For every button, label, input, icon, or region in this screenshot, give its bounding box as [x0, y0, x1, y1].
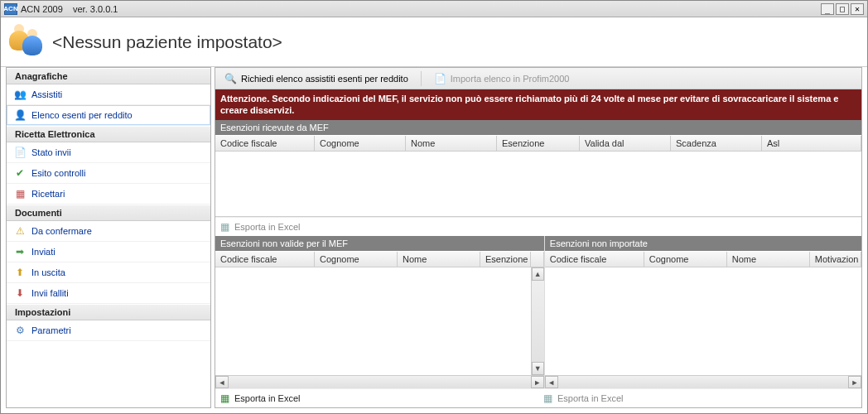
app-window: ACN ACN 2009 ver. 3.0.0.1 _ □ ✕ <Nessun …: [0, 0, 868, 414]
col-cognome[interactable]: Cognome: [644, 252, 727, 267]
table-body[interactable]: ▲ ▼: [215, 267, 544, 375]
maximize-button[interactable]: □: [836, 3, 849, 15]
scroll-spacer: [531, 252, 544, 267]
table-body[interactable]: [215, 152, 861, 216]
version-prefix: ver.: [73, 4, 88, 14]
panel-title-received: Esenzioni ricevute da MEF: [215, 120, 861, 135]
gear-icon: ⚙: [13, 324, 27, 337]
status-icon: 📄: [13, 146, 27, 159]
horizontal-scrollbar[interactable]: ◄ ►: [215, 375, 544, 388]
scroll-left-button[interactable]: ◄: [545, 376, 558, 388]
export-not-imported-button: ▦ Esporta in Excel: [538, 388, 861, 407]
page-title: <Nessun paziente impostato>: [52, 32, 282, 52]
excel-icon: ▦: [220, 392, 229, 404]
panel-invalid: Esenzioni non valide per il MEF Codice f…: [215, 236, 545, 388]
lower-panels: Esenzioni non valide per il MEF Codice f…: [215, 236, 861, 388]
toolbar: 🔍 Richiedi elenco assistiti esenti per r…: [215, 68, 861, 89]
panel-not-imported: Esenzioni non importate Codice fiscale C…: [545, 236, 861, 388]
scroll-up-button[interactable]: ▲: [532, 267, 544, 281]
table-header: Codice fiscale Cognome Nome Esenzione Va…: [215, 135, 861, 152]
button-label: Importa elenco in Profim2000: [451, 74, 570, 84]
col-cognome[interactable]: Cognome: [315, 252, 398, 267]
people-icon: 👥: [13, 88, 27, 101]
sidebar-item-parametri[interactable]: ⚙ Parametri: [7, 320, 210, 341]
sidebar-item-da-confermare[interactable]: ⚠ Da confermare: [7, 221, 210, 242]
vertical-scrollbar[interactable]: ▲ ▼: [531, 267, 544, 375]
excel-icon: ▦: [543, 392, 552, 404]
minimize-button[interactable]: _: [821, 3, 834, 15]
exemption-icon: 👤: [13, 108, 27, 122]
sidebar-item-label: Ricettari: [31, 189, 65, 199]
excel-icon: ▦: [220, 221, 229, 233]
col-cognome[interactable]: Cognome: [315, 136, 406, 151]
export-invalid-button[interactable]: ▦ Esporta in Excel: [215, 388, 538, 407]
page-header: <Nessun paziente impostato>: [1, 17, 867, 67]
scroll-right-button[interactable]: ►: [531, 376, 544, 388]
close-button[interactable]: ✕: [851, 3, 864, 15]
patients-icon: [9, 24, 46, 60]
toolbar-separator: [421, 71, 422, 86]
horizontal-scrollbar[interactable]: ◄ ►: [545, 375, 861, 388]
sidebar-section-documenti: Documenti: [7, 205, 210, 221]
sidebar-item-elenco-esenti[interactable]: 👤 Elenco esenti per reddito: [7, 105, 210, 126]
col-codice-fiscale[interactable]: Codice fiscale: [215, 136, 315, 151]
sidebar-item-ricettari[interactable]: ▦ Ricettari: [7, 184, 210, 205]
sidebar-item-inviati[interactable]: ➡ Inviati: [7, 242, 210, 262]
col-codice-fiscale[interactable]: Codice fiscale: [215, 252, 315, 267]
export-label: Esporta in Excel: [234, 222, 300, 232]
sidebar-item-assistiti[interactable]: 👥 Assistiti: [7, 84, 210, 105]
col-esenzione[interactable]: Esenzione: [497, 136, 580, 151]
scroll-right-button[interactable]: ►: [848, 376, 861, 388]
app-name: ACN 2009: [21, 4, 63, 14]
sent-icon: ➡: [13, 245, 27, 258]
col-scadenza[interactable]: Scadenza: [671, 136, 762, 151]
col-nome[interactable]: Nome: [727, 252, 810, 267]
table-header: Codice fiscale Cognome Nome Esenzione: [215, 251, 544, 267]
check-icon: ✔: [13, 166, 27, 180]
sidebar-item-label: Elenco esenti per reddito: [31, 110, 133, 120]
panel-title-invalid: Esenzioni non valide per il MEF: [215, 236, 544, 251]
sidebar-item-in-uscita[interactable]: ⬆ In uscita: [7, 262, 210, 283]
col-esenzione[interactable]: Esenzione: [480, 252, 531, 267]
calendar-icon: ▦: [13, 187, 27, 200]
sidebar-section-anagrafiche: Anagrafiche: [7, 68, 210, 84]
sidebar-section-impostazioni: Impostazioni: [7, 304, 210, 320]
sidebar-item-label: Assistiti: [31, 89, 62, 99]
sidebar-item-esito-controlli[interactable]: ✔ Esito controlli: [7, 163, 210, 184]
sidebar: Anagrafiche 👥 Assistiti 👤 Elenco esenti …: [6, 67, 211, 408]
scroll-down-button[interactable]: ▼: [532, 362, 544, 375]
col-nome[interactable]: Nome: [398, 252, 480, 267]
sidebar-item-invii-falliti[interactable]: ⬇ Invii falliti: [7, 283, 210, 304]
export-received-button: ▦ Esporta in Excel: [215, 217, 861, 236]
title-bar: ACN ACN 2009 ver. 3.0.0.1 _ □ ✕: [1, 1, 867, 17]
window-controls: _ □ ✕: [821, 3, 864, 15]
outbox-icon: ⬆: [13, 266, 27, 279]
app-icon: ACN: [4, 3, 17, 15]
main-panel: 🔍 Richiedi elenco assistiti esenti per r…: [215, 67, 862, 408]
col-asl[interactable]: Asl: [762, 136, 861, 151]
footer-export-row: ▦ Esporta in Excel ▦ Esporta in Excel: [215, 388, 861, 407]
window-title: ACN 2009 ver. 3.0.0.1: [21, 4, 817, 14]
scroll-left-button[interactable]: ◄: [215, 376, 229, 388]
sidebar-item-stato-invii[interactable]: 📄 Stato invii: [7, 142, 210, 163]
col-valida-dal[interactable]: Valida dal: [580, 136, 671, 151]
sidebar-item-label: Esito controlli: [31, 168, 85, 178]
sidebar-item-label: Inviati: [31, 247, 55, 257]
warning-banner: Attenzione. Secondo indicazioni del MEF,…: [215, 89, 861, 120]
col-motivazione[interactable]: Motivazion: [810, 252, 861, 267]
import-icon: 📄: [434, 73, 446, 84]
sidebar-item-label: In uscita: [31, 267, 65, 277]
search-icon: 🔍: [224, 73, 237, 84]
failed-icon: ⬇: [13, 286, 27, 300]
table-header: Codice fiscale Cognome Nome Motivazion: [545, 251, 861, 267]
sidebar-item-label: Invii falliti: [31, 288, 69, 298]
table-body[interactable]: [545, 267, 861, 375]
table-received: Codice fiscale Cognome Nome Esenzione Va…: [215, 135, 861, 217]
button-label: Richiedi elenco assistiti esenti per red…: [241, 74, 408, 84]
sidebar-item-label: Da confermare: [31, 226, 92, 236]
sidebar-item-label: Stato invii: [31, 147, 71, 157]
col-nome[interactable]: Nome: [406, 136, 497, 151]
col-codice-fiscale[interactable]: Codice fiscale: [545, 252, 644, 267]
request-list-button[interactable]: 🔍 Richiedi elenco assistiti esenti per r…: [219, 70, 414, 87]
version-number: 3.0.0.1: [90, 4, 118, 14]
